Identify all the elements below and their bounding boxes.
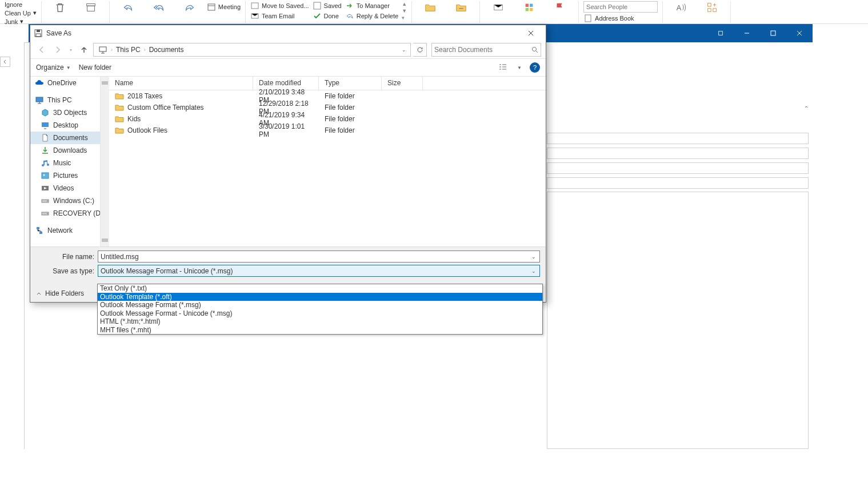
breadcrumb[interactable]: › This PC › Documents ⌄ (93, 43, 411, 57)
search-box[interactable] (431, 43, 541, 57)
nav-windows-c[interactable]: Windows (C:) (30, 194, 109, 207)
save-type-select[interactable]: Outlook Message Format - Unicode (*.msg)… (98, 265, 540, 277)
nav-back-button[interactable] (35, 43, 49, 57)
svg-rect-13 (708, 3, 711, 7)
dialog-titlebar: Save As (30, 25, 546, 41)
ribbon-clean-up[interactable]: Clean Up ▾ (5, 9, 37, 17)
svg-rect-20 (36, 34, 41, 37)
rules-big[interactable] (447, 1, 475, 14)
compose-bcc-field[interactable] (547, 162, 809, 174)
to-manager[interactable]: To Manager (345, 1, 398, 10)
type-option[interactable]: Text Only (*.txt) (98, 284, 542, 293)
move-big[interactable] (417, 1, 444, 14)
cube-icon (41, 108, 50, 117)
nav-videos[interactable]: Videos (30, 182, 109, 194)
folder-icon (115, 126, 124, 135)
nav-up-button[interactable] (77, 43, 91, 57)
ribbon-ignore[interactable]: Ignore (5, 1, 37, 8)
svg-rect-14 (708, 9, 711, 12)
window-restore-button[interactable] (707, 24, 734, 42)
table-row[interactable]: Outlook Files 3/30/2019 1:01 PM File fol… (109, 125, 546, 136)
nav-network[interactable]: Network (30, 224, 109, 237)
forward-icon (183, 1, 196, 14)
compose-body-area[interactable] (547, 192, 809, 449)
breadcrumb-documents[interactable]: Documents (146, 46, 187, 54)
qs-expand-icon[interactable]: ▾ (402, 15, 407, 21)
help-button[interactable]: ? (530, 62, 540, 73)
search-input[interactable] (434, 46, 531, 54)
quick-done[interactable]: Done (313, 11, 342, 21)
nav-forward-button[interactable] (51, 43, 65, 57)
nav-documents[interactable]: Documents (30, 132, 109, 144)
compose-subject-field[interactable] (547, 177, 809, 189)
window-maximize-button[interactable] (760, 24, 786, 42)
archive-button[interactable] (77, 1, 105, 14)
pc-icon (35, 96, 44, 105)
move-to-saved[interactable]: Move to Saved... (250, 1, 309, 10)
new-folder-button[interactable]: New folder (79, 63, 111, 71)
chevron-down-icon[interactable]: ⌄ (529, 252, 538, 261)
address-book[interactable]: Address Book (583, 14, 658, 23)
videos-icon (41, 184, 50, 193)
meeting-button[interactable]: Meeting (207, 2, 241, 11)
nav-pictures[interactable]: Pictures (30, 169, 109, 182)
nav-music[interactable]: Music (30, 157, 109, 169)
addin-big[interactable] (698, 1, 726, 14)
dialog-close-button[interactable] (518, 25, 543, 41)
window-close-button[interactable] (786, 24, 813, 42)
type-option[interactable]: HTML (*.htm;*.html) (98, 317, 542, 326)
table-row[interactable]: Custom Office Templates 12/29/2018 2:18 … (109, 102, 546, 113)
svg-point-26 (43, 174, 45, 176)
svg-rect-9 (526, 8, 529, 11)
pc-icon (98, 45, 107, 54)
folder-move-icon (424, 1, 437, 14)
nav-recovery-d[interactable]: RECOVERY (D:) (30, 207, 109, 220)
column-name[interactable]: Name (109, 77, 253, 90)
rules-icon (455, 1, 467, 14)
table-row[interactable]: Kids 4/21/2019 9:34 AM File folder (109, 113, 546, 125)
compose-to-field[interactable] (547, 133, 809, 144)
nav-3d-objects[interactable]: 3D Objects (30, 106, 109, 119)
file-name-input[interactable]: Untitled.msg⌄ (98, 251, 540, 263)
delete-button[interactable] (46, 1, 74, 14)
type-option[interactable]: Outlook Message Format - Unicode (*.msg) (98, 309, 542, 318)
chevron-down-icon[interactable]: ⌄ (529, 267, 538, 275)
reply-all-button[interactable] (145, 1, 173, 14)
type-option[interactable]: Outlook Message Format (*.msg) (98, 301, 542, 309)
breadcrumb-this-pc[interactable]: This PC (113, 46, 144, 54)
categorize-big[interactable] (515, 1, 543, 14)
nav-desktop[interactable]: Desktop (30, 119, 109, 132)
nav-history-button[interactable]: ▾ (67, 43, 75, 57)
compose-cc-field[interactable] (547, 148, 809, 159)
nav-this-pc[interactable]: This PC (30, 94, 109, 106)
search-people-input[interactable] (583, 1, 658, 13)
reply-button[interactable] (114, 1, 142, 14)
team-email[interactable]: Team Email (250, 11, 309, 21)
type-option[interactable]: MHT files (*.mht) (98, 326, 542, 335)
qs-down-icon[interactable]: ▼ (402, 8, 407, 14)
view-mode-button[interactable] (497, 61, 509, 74)
left-panel-toggle[interactable] (0, 57, 10, 67)
column-size[interactable]: Size (382, 77, 423, 90)
nav-downloads[interactable]: Downloads (30, 144, 109, 157)
read-aloud-big[interactable]: A (667, 1, 695, 14)
view-dropdown[interactable]: ▼ (517, 65, 522, 70)
organize-button[interactable]: Organize ▼ (36, 63, 71, 71)
nav-onedrive[interactable]: OneDrive (30, 77, 109, 89)
forward-button[interactable] (176, 1, 203, 14)
qs-up-icon[interactable]: ▲ (402, 1, 407, 7)
quick-saved[interactable]: Saved (313, 1, 342, 10)
window-minimize-button[interactable] (734, 24, 760, 42)
flag-big[interactable] (546, 1, 574, 14)
collapse-chevron-icon[interactable]: ⌃ (804, 105, 809, 112)
navpane-scrollbar[interactable] (100, 77, 109, 247)
move-icon (250, 1, 259, 10)
unread-big[interactable] (485, 1, 512, 14)
refresh-button[interactable] (413, 43, 427, 57)
type-option[interactable]: Outlook Template (*.oft) (98, 293, 542, 301)
column-type[interactable]: Type (319, 77, 382, 90)
breadcrumb-dropdown[interactable]: ⌄ (399, 47, 409, 53)
table-row[interactable]: 2018 Taxes 2/10/2019 3:48 PM File folder (109, 90, 546, 102)
reply-and-delete[interactable]: Reply & Delete (345, 11, 398, 21)
svg-rect-24 (42, 122, 49, 127)
